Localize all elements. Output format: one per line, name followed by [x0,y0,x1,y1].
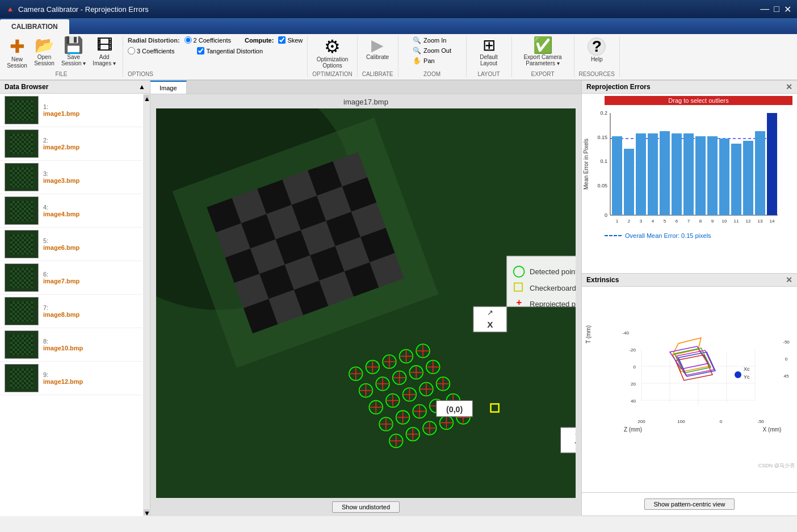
calibrate-button[interactable]: ▶ Calibrate [364,36,391,61]
svg-text:0: 0 [785,357,787,362]
open-session-icon: 📂 [35,37,54,53]
skew-text: Skew [287,37,303,44]
default-layout-icon: ⊞ [483,37,496,53]
ribbon-group-options: Radial Distortion: 2 Coefficients Comput… [123,36,308,77]
thumbnail-8 [5,330,39,359]
scrollbar-up[interactable]: ▲ [144,95,149,100]
zoom-out-button[interactable]: 🔍 Zoom Out [413,47,451,55]
calibrate-icon: ▶ [371,37,384,53]
export-label: Export CameraParameters ▾ [523,54,561,66]
export-camera-button[interactable]: ✅ Export CameraParameters ▾ [521,36,564,68]
list-item[interactable]: 7: image8.bmp [0,295,142,328]
right-panels: Reprojection Errors ✕ Drag to select out… [581,81,797,516]
item-num-4: 4: [43,204,79,211]
open-session-button[interactable]: 📂 OpenSession [32,36,57,68]
list-item[interactable]: 5: image6.bmp [0,228,142,261]
svg-rect-159 [755,131,765,215]
thumbnail-6 [5,263,39,292]
pan-button[interactable]: ✋ Pan [413,57,435,65]
svg-rect-155 [731,144,741,215]
ribbon-group-zoom: 🔍 Zoom In 🔍 Zoom Out ✋ Pan ZOOM [398,36,467,77]
pan-icon: ✋ [413,57,421,65]
svg-text:-20: -20 [629,347,636,353]
item-name-9: image12.bmp [43,378,83,385]
svg-rect-143 [660,131,670,215]
default-layout-button[interactable]: ⊞ DefaultLayout [476,36,501,68]
item-name-5: image6.bmp [43,244,79,251]
close-btn[interactable]: ✕ [784,4,791,15]
svg-text:0.05: 0.05 [597,183,607,188]
radio-3coeff-text: 3 Coefficients [137,48,174,55]
new-session-button[interactable]: ✚ NewSession [5,36,30,70]
export-content: ✅ Export CameraParameters ▾ [521,36,564,70]
radio-2coeff-label[interactable]: 2 Coefficients [184,36,231,44]
svg-rect-141 [648,133,658,215]
main-image: ↗ X → Y (0,0) Detected points Checkerboa… [156,108,576,498]
mean-error-text: Overall Mean Error: 0.15 pixels [625,232,711,239]
dashed-line-icon [605,235,622,236]
item-num-2: 2: [43,137,79,144]
extrinsics-panel: Extrinsics ✕ Z (mm) X (mm) T (mm) [582,274,797,516]
sidebar-collapse-icon[interactable]: ▲ [139,83,145,91]
svg-text:12: 12 [746,219,751,224]
radio-3coeff-label[interactable]: 3 Coefficients [128,47,174,55]
show-undistorted-button[interactable]: Show undistorted [332,501,400,513]
zoom-in-button[interactable]: 🔍 Zoom In [413,36,446,44]
radio-2coeff[interactable] [184,36,192,44]
list-item[interactable]: 9: image12.bmp [0,362,142,395]
svg-text:0.1: 0.1 [600,158,607,164]
minimize-btn[interactable]: — [760,4,769,15]
svg-text:6: 6 [676,219,678,224]
list-item[interactable]: 8: image10.bmp [0,328,142,362]
zoom-in-icon: 🔍 [413,36,421,44]
tangential-check-label[interactable]: Tangential Distortion [197,47,263,55]
show-pattern-centric-row: Show pattern-centric view [582,492,797,516]
maximize-btn[interactable]: □ [774,4,779,15]
radial-distortion-label: Radial Distortion: [128,37,180,44]
reprojection-panel: Reprojection Errors ✕ Drag to select out… [582,81,797,274]
show-pattern-centric-button[interactable]: Show pattern-centric view [644,499,735,510]
svg-text:Z (mm): Z (mm) [623,426,641,433]
item-num-1: 1: [43,103,79,110]
add-images-button[interactable]: 🎞 AddImages ▾ [90,36,118,68]
svg-text:Y: Y [574,440,576,450]
svg-text:Detected points: Detected points [530,267,576,276]
thumbnail-2 [5,129,39,158]
help-button[interactable]: ? Help [584,36,609,64]
item-num-7: 7: [43,304,79,311]
reprojection-panel-header: Reprojection Errors ✕ [582,81,797,94]
list-item[interactable]: 6: image7.bmp [0,261,142,295]
list-item[interactable]: 2: image2.bmp [0,127,142,161]
save-session-button[interactable]: 💾 SaveSession ▾ [59,36,88,68]
sidebar-list: 1: image1.bmp 2: image2.bmp 3: image3. [0,94,150,516]
scrollbar-down[interactable]: ▼ [144,509,149,515]
svg-text:9: 9 [711,219,714,224]
thumbnail-5 [5,230,39,258]
item-num-3: 3: [43,170,79,177]
center-panel: Image image17.bmp [150,81,581,516]
list-item[interactable]: 3: image3.bmp [0,161,142,194]
extrinsics-content: Z (mm) X (mm) T (mm) [582,287,797,492]
svg-rect-157 [743,141,753,215]
svg-text:13: 13 [758,219,763,224]
svg-text:Xc: Xc [744,366,750,372]
optimization-options-button[interactable]: ⚙ OptimizationOptions [314,36,351,70]
extrinsics-close-btn[interactable]: ✕ [786,275,792,284]
ribbon-tabs: CALIBRATION [0,18,797,34]
radio-3coeff[interactable] [128,47,135,55]
list-item[interactable]: 1: image1.bmp [0,94,142,127]
svg-text:→: → [574,429,576,438]
tab-calibration[interactable]: CALIBRATION [0,19,69,34]
reprojection-close-btn[interactable]: ✕ [786,82,792,91]
tangential-checkbox[interactable] [197,47,204,55]
zoom-out-icon: 🔍 [413,47,421,55]
list-item[interactable]: 4: image4.bmp [0,194,142,228]
window-controls[interactable]: — □ ✕ [760,4,791,15]
svg-text:0.2: 0.2 [600,110,607,116]
tab-image[interactable]: Image [150,81,187,94]
skew-check-label[interactable]: Skew [278,36,303,44]
skew-checkbox[interactable] [278,36,286,44]
zoom-in-label: Zoom In [423,37,446,44]
svg-rect-153 [719,139,729,215]
ribbon-content: ✚ NewSession 📂 OpenSession 💾 SaveSession… [0,34,797,81]
